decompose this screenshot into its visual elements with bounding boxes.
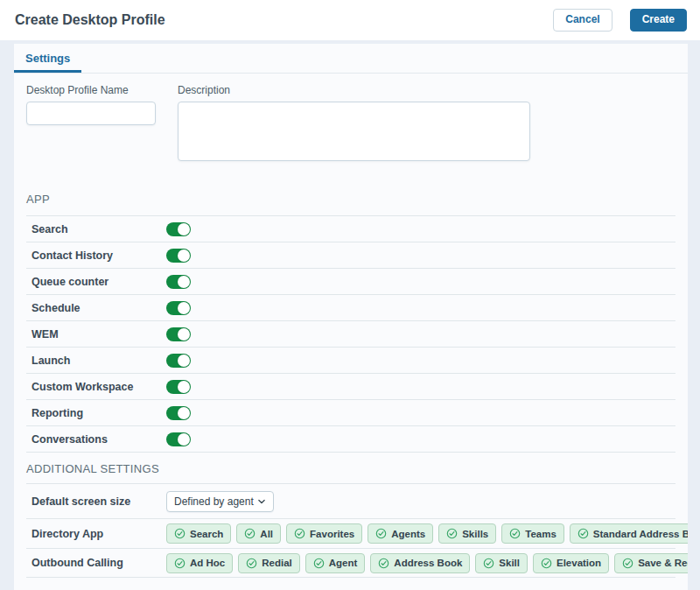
chip-label: Standard Address Book [593,529,688,539]
chip-label: Elevation [556,558,601,568]
outbound-calling-label: Outbound Calling [32,557,166,569]
chip-label: Teams [525,529,556,539]
app-toggle-switch[interactable] [166,301,191,315]
name-field-group: Desktop Profile Name [26,84,156,161]
check-circle-icon [541,558,552,569]
default-screen-size-label: Default screen size [32,495,166,508]
check-circle-icon [246,558,257,569]
app-toggle-label: Custom Workspace [32,381,166,393]
app-toggle-row: Queue counter [26,268,676,294]
tab-bar: Settings [14,44,688,74]
check-circle-icon [244,528,256,539]
directory-app-chip[interactable]: Search [166,523,231,544]
toggle-knob [178,223,190,235]
check-circle-icon [294,528,305,539]
toggle-knob [178,249,190,262]
default-screen-size-select[interactable]: Defined by agent [166,491,274,512]
directory-app-chip[interactable]: Standard Address Book [570,523,688,544]
cancel-button[interactable]: Cancel [553,9,612,32]
check-circle-icon [622,558,634,569]
default-screen-size-row: Default screen size Defined by agent [26,483,676,518]
chip-label: Ad Hoc [190,558,225,568]
settings-card: Settings Desktop Profile Name Descriptio… [14,44,688,590]
chip-label: Skill [499,558,520,568]
app-toggle-switch[interactable] [166,380,191,394]
directory-app-chips: Search All [166,523,688,544]
page-title: Create Desktop Profile [15,12,165,28]
directory-app-chip[interactable]: Favorites [286,523,362,544]
create-button[interactable]: Create [630,9,687,32]
outbound-calling-chip[interactable]: Skill [475,553,528,573]
check-circle-icon [483,558,494,569]
description-field-group: Description [178,84,530,161]
check-circle-icon [446,528,458,539]
app-toggle-label: Reporting [32,407,166,419]
description-textarea[interactable] [178,102,530,161]
outbound-calling-row: Outbound Calling Ad Hoc [26,548,676,578]
additional-settings-list: Default screen size Defined by agent Dir… [26,483,676,578]
directory-app-label: Directory App [32,528,166,540]
app-toggle-label: WEM [32,328,166,341]
page-header: Create Desktop Profile Cancel Create [0,0,700,40]
header-actions: Cancel Create [553,9,687,32]
toggle-knob [178,276,190,288]
toggle-knob [178,302,190,314]
directory-app-chip[interactable]: Skills [438,523,496,544]
app-toggle-row: Search [26,215,676,242]
app-section-title: APP [26,193,676,206]
app-toggle-label: Launch [32,355,166,367]
tab-settings[interactable]: Settings [14,44,81,73]
app-toggle-row: Schedule [26,294,676,320]
check-circle-icon [509,528,521,539]
chip-label: Address Book [394,558,462,568]
app-toggle-label: Contact History [32,249,166,262]
app-toggle-switch[interactable] [166,327,191,341]
app-toggle-switch[interactable] [166,249,191,263]
app-toggle-row: Conversations [26,425,676,452]
outbound-calling-chip[interactable]: Elevation [533,553,609,573]
chip-label: Save & Redial [638,558,688,568]
outbound-calling-chip[interactable]: Save & Redial [614,553,688,573]
app-toggle-row: Launch [26,347,676,373]
directory-app-chip[interactable]: All [236,523,281,544]
check-circle-icon [578,528,589,539]
outbound-calling-chip[interactable]: Redial [238,553,300,573]
app-toggle-row: Custom Workspace [26,373,676,399]
directory-app-row: Directory App Search [26,518,676,548]
additional-settings-title: ADDITIONAL SETTINGS [26,462,676,475]
name-field-label: Desktop Profile Name [26,84,156,96]
toggle-knob [178,433,190,446]
app-toggle-label: Conversations [32,433,166,446]
app-toggle-label: Schedule [32,302,166,314]
app-toggle-switch[interactable] [166,432,191,446]
outbound-calling-chip[interactable]: Agent [305,553,366,573]
directory-app-chip[interactable]: Agents [368,523,433,544]
app-toggle-switch[interactable] [166,275,191,289]
chip-label: Agent [329,558,358,568]
app-toggle-row: Reporting [26,399,676,425]
chip-label: Agents [391,529,425,539]
app-toggle-label: Queue counter [32,276,166,288]
toggle-knob [178,328,190,341]
app-toggle-switch[interactable] [166,354,191,368]
toggle-knob [178,407,190,419]
check-circle-icon [375,528,387,539]
profile-form: Desktop Profile Name Description [14,74,688,161]
outbound-calling-chip[interactable]: Ad Hoc [166,553,233,573]
check-circle-icon [378,558,389,569]
directory-app-chip[interactable]: Teams [501,523,564,544]
app-toggle-list: Search Contact History Queue counter [26,215,676,453]
app-toggle-switch[interactable] [166,222,191,236]
app-toggle-row: WEM [26,320,676,347]
chip-label: Skills [462,529,488,539]
toggle-knob [178,381,190,393]
outbound-calling-chip[interactable]: Address Book [370,553,470,573]
description-field-label: Description [178,84,530,96]
outbound-calling-chips: Ad Hoc Redial [166,553,688,573]
app-toggle-row: Contact History [26,242,676,268]
toggle-knob [178,355,190,367]
app-toggle-switch[interactable] [166,406,191,420]
check-circle-icon [313,558,325,569]
desktop-profile-name-input[interactable] [26,102,156,125]
chip-label: Search [190,529,223,539]
